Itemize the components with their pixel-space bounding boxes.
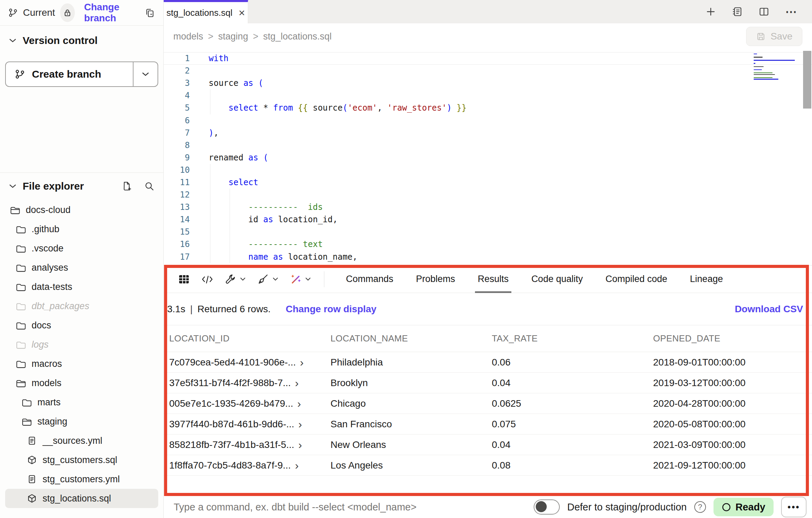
code-line-1[interactable]: 1with (164, 52, 812, 65)
more-options-icon[interactable]: ⋯ (785, 5, 798, 19)
create-branch-dropdown[interactable] (134, 62, 158, 86)
cell-opened-date: 2021-03-09T00:00:00 (653, 439, 812, 450)
code-line-13[interactable]: 13 ---------- ids (164, 201, 812, 213)
file-tree-item-macros[interactable]: macros (5, 354, 158, 373)
expand-chevron-icon[interactable]: › (295, 460, 299, 471)
code-text: source as ( (209, 78, 263, 88)
breadcrumb-part: staging (218, 31, 248, 42)
status-badge-ready[interactable]: Ready (714, 498, 774, 516)
status-circle-icon (722, 503, 731, 512)
panel-tab-results[interactable]: Results (478, 266, 509, 293)
file-tree-item-stg-customers-yml[interactable]: stg_customers.yml (5, 470, 158, 489)
code-view-icon[interactable] (201, 273, 213, 285)
command-bar: Defer to staging/production ? Ready ••• (164, 496, 812, 518)
download-csv-link[interactable]: Download CSV (735, 304, 803, 315)
tab-stg-locations-sql[interactable]: stg_locations.sql × (164, 0, 248, 23)
code-line-4[interactable]: 4 (164, 89, 812, 102)
panel-tab-lineage[interactable]: Lineage (690, 266, 723, 293)
code-line-9[interactable]: 9renamed as ( (164, 151, 812, 164)
defer-label: Defer to staging/production (567, 502, 687, 513)
version-control-header[interactable]: Version control (0, 26, 163, 46)
code-line-11[interactable]: 11 select (164, 176, 812, 189)
expand-chevron-icon[interactable]: › (300, 357, 304, 368)
chevron-down-icon (9, 38, 16, 43)
file-label: marts (37, 397, 61, 408)
code-line-10[interactable]: 10 (164, 164, 812, 176)
code-line-16[interactable]: 16 ---------- text (164, 238, 812, 250)
code-text: renamed as ( (209, 153, 268, 162)
save-button[interactable]: Save (746, 27, 802, 46)
file-tree-item-sources-yml[interactable]: __sources.yml (5, 431, 158, 450)
file-label: data-tests (32, 282, 72, 292)
code-line-7[interactable]: 7), (164, 127, 812, 139)
expand-chevron-icon[interactable]: › (297, 398, 301, 409)
folder-icon (15, 282, 26, 292)
file-tree-item-dbt-packages[interactable]: dbt_packages (5, 296, 158, 316)
changelog-icon[interactable] (732, 6, 743, 17)
more-actions-button[interactable]: ••• (781, 497, 807, 517)
code-lines[interactable]: 1with23source as (45 select * from {{ so… (164, 52, 812, 263)
file-tree-item-analyses[interactable]: analyses (5, 258, 158, 277)
new-file-icon[interactable] (121, 181, 132, 191)
panel-tab-commands[interactable]: Commands (346, 266, 393, 293)
panel-tab-compiled-code[interactable]: Compiled code (605, 266, 667, 293)
panel-tab-code-quality[interactable]: Code quality (531, 266, 583, 293)
table-view-icon[interactable] (178, 273, 190, 285)
format-icon[interactable] (257, 273, 278, 285)
panel-tab-problems[interactable]: Problems (416, 266, 455, 293)
change-branch-link[interactable]: Change branch (84, 2, 139, 24)
code-line-5[interactable]: 5 select * from {{ source('ecom', 'raw_s… (164, 102, 812, 114)
code-line-8[interactable]: 8 (164, 139, 812, 151)
create-branch-main[interactable]: Create branch (6, 62, 134, 86)
code-editor[interactable]: 1with23source as (45 select * from {{ so… (164, 49, 812, 265)
file-explorer-header[interactable]: File explorer (0, 173, 163, 192)
editor-scrollbar[interactable] (803, 51, 811, 109)
table-row: 7c079cea-5ed4-4101-906e-...›Philadelphia… (164, 352, 812, 373)
split-pane-icon[interactable] (758, 6, 769, 17)
code-line-2[interactable]: 2 (164, 65, 812, 77)
file-tree-item-logs[interactable]: logs (5, 335, 158, 354)
expand-chevron-icon[interactable]: › (298, 439, 302, 450)
close-icon[interactable]: × (239, 7, 245, 18)
lock-icon (63, 8, 72, 18)
ai-assist-icon[interactable] (290, 273, 311, 285)
change-row-display-link[interactable]: Change row display (286, 304, 376, 315)
cube-icon (27, 455, 37, 465)
chevron-down-icon (240, 277, 246, 281)
cell-opened-date: 2019-03-12T00:00:00 (653, 378, 812, 388)
new-tab-icon[interactable] (706, 7, 716, 17)
code-line-14[interactable]: 14 id as location_id, (164, 213, 812, 226)
file-tree-item-github[interactable]: .github (5, 219, 158, 239)
code-line-17[interactable]: 17 name as location_name, (164, 251, 812, 263)
file-tree-item-data-tests[interactable]: data-tests (5, 277, 158, 296)
file-tree-item-staging[interactable]: staging (5, 412, 158, 431)
code-line-6[interactable]: 6 (164, 114, 812, 126)
defer-toggle[interactable] (534, 499, 560, 515)
expand-chevron-icon[interactable]: › (295, 378, 299, 388)
breadcrumb-separator: > (253, 31, 258, 42)
file-tree-item-stg-locations-sql[interactable]: stg_locations.sql (5, 489, 158, 508)
file-tree-item-vscode[interactable]: .vscode (5, 239, 158, 258)
file-tree-item-marts[interactable]: marts (5, 393, 158, 412)
create-branch-button[interactable]: Create branch (5, 61, 158, 87)
chevron-down-icon (272, 277, 278, 281)
help-icon[interactable]: ? (694, 501, 706, 513)
expand-chevron-icon[interactable]: › (298, 419, 302, 430)
line-number: 14 (164, 215, 194, 224)
save-icon (756, 32, 766, 41)
build-tools-icon[interactable] (225, 273, 246, 285)
results-panel: CommandsProblemsResultsCode qualityCompi… (164, 265, 812, 496)
code-line-3[interactable]: 3source as ( (164, 77, 812, 89)
cell-location-name: Los Angeles (330, 460, 492, 471)
file-tree-item-docs[interactable]: docs (5, 316, 158, 335)
file-tree-item-docs-cloud[interactable]: docs-cloud (5, 200, 158, 219)
minimap[interactable] (754, 54, 798, 80)
file-label: .github (32, 224, 59, 235)
command-input[interactable] (173, 501, 526, 513)
code-line-15[interactable]: 15 (164, 226, 812, 238)
copy-icon[interactable] (144, 8, 155, 18)
file-tree-item-models[interactable]: models (5, 373, 158, 393)
file-tree-item-stg-customers-sql[interactable]: stg_customers.sql (5, 450, 158, 470)
code-line-12[interactable]: 12 (164, 189, 812, 201)
search-icon[interactable] (144, 181, 154, 191)
